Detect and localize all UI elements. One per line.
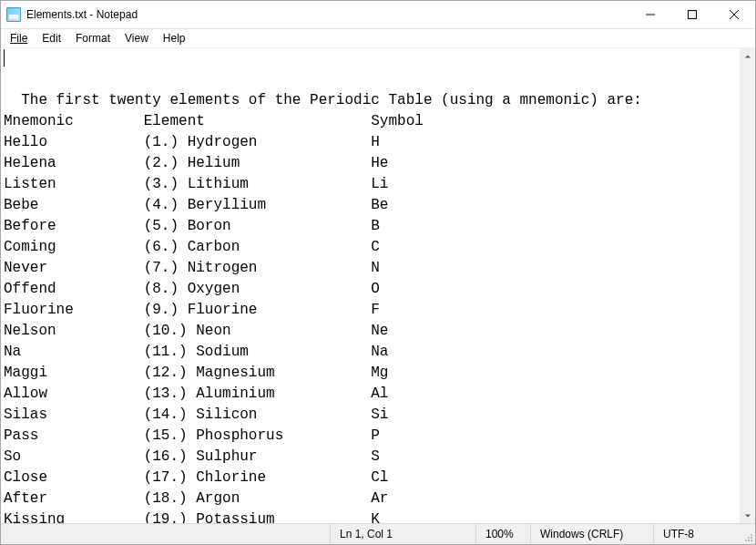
scroll-down-arrow-icon[interactable] [740, 508, 755, 523]
status-zoom: 100% [475, 524, 530, 544]
maximize-button[interactable] [671, 1, 713, 29]
status-bar: Ln 1, Col 1 100% Windows (CRLF) UTF-8 [1, 523, 755, 544]
status-spacer [1, 524, 330, 544]
scroll-up-arrow-icon[interactable] [740, 48, 755, 64]
resize-grip-icon[interactable] [740, 524, 755, 544]
svg-rect-0 [689, 11, 697, 19]
menu-edit[interactable]: Edit [35, 30, 68, 46]
scrollbar-track[interactable] [740, 64, 755, 508]
notepad-app-icon [6, 7, 21, 22]
menu-format[interactable]: Format [68, 30, 117, 46]
svg-rect-4 [745, 540, 747, 541]
window-title: Elements.txt - Notepad [26, 8, 138, 21]
vertical-scrollbar[interactable] [740, 48, 755, 523]
menu-file[interactable]: File [3, 30, 35, 46]
status-caret-position: Ln 1, Col 1 [330, 524, 475, 544]
text-editor[interactable]: The first twenty elements of the Periodi… [1, 48, 740, 523]
menu-bar: File Edit Format View Help [1, 29, 755, 47]
minimize-button[interactable] [629, 1, 671, 29]
svg-rect-2 [748, 540, 750, 541]
client-area: The first twenty elements of the Periodi… [1, 47, 755, 523]
svg-rect-1 [751, 540, 752, 541]
menu-help[interactable]: Help [156, 30, 193, 46]
svg-rect-6 [751, 534, 752, 536]
status-line-ending: Windows (CRLF) [530, 524, 653, 544]
svg-rect-3 [751, 537, 752, 539]
close-button[interactable] [713, 1, 755, 29]
text-caret [4, 49, 5, 67]
svg-rect-5 [748, 537, 750, 539]
title-bar: Elements.txt - Notepad [1, 1, 755, 29]
status-encoding: UTF-8 [653, 524, 740, 544]
menu-view[interactable]: View [117, 30, 156, 46]
